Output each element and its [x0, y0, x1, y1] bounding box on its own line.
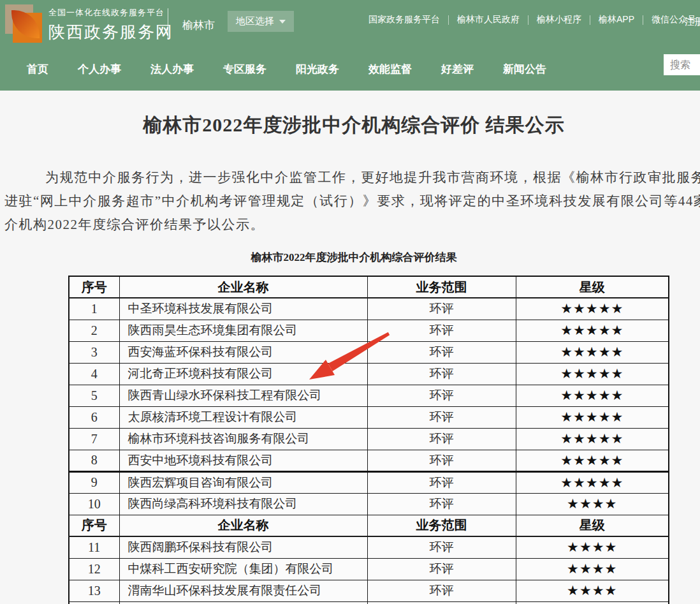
link-city-app[interactable]: 榆林APP	[599, 14, 634, 26]
table-body: 序号企业名称业务范围星级1中圣环境科技发展有限公司环评★★★★★2陕西雨昊生态环…	[69, 276, 669, 604]
cell-scope: 环评	[367, 385, 516, 406]
column-header: 序号	[69, 276, 119, 298]
link-national-platform[interactable]: 国家政务服务平台	[368, 14, 440, 26]
cell-no: 4	[69, 363, 119, 385]
cell-stars: ★★★★	[516, 493, 669, 515]
cell-scope: 环评	[367, 363, 516, 385]
cell-name: 中圣环境科技发展有限公司	[119, 298, 367, 320]
column-header: 星级	[516, 515, 669, 536]
cell-name: 陕西宏辉项目咨询有限公司	[119, 471, 367, 493]
cell-name: 河北奇正环境科技有限公司	[119, 363, 367, 385]
link-city-government[interactable]: 榆林市人民政府	[457, 14, 520, 26]
cell-name: 中煤科工西安研究院（集团）有限公司	[119, 558, 367, 580]
cell-scope: 环评	[367, 471, 516, 493]
cell-empty	[367, 601, 516, 604]
cell-stars: ★★★★★	[516, 341, 669, 363]
cell-scope: 环评	[367, 428, 516, 450]
nav-item-news[interactable]: 新闻公告	[503, 62, 546, 77]
column-header: 企业名称	[119, 276, 367, 298]
cell-scope: 环评	[367, 298, 516, 320]
cell-name: 榆林市环境科技咨询服务有限公司	[119, 428, 367, 450]
table-row: 6太原核清环境工程设计有限公司环评★★★★★	[69, 406, 669, 428]
nav-item-open-government[interactable]: 阳光政务	[296, 62, 339, 77]
cell-no: 5	[69, 385, 119, 406]
site-header: 全国一体化在线政务服务平台 陕西政务服务网 榆林市 地区选择 国家政务服务平台 …	[0, 0, 700, 91]
site-name: 陕西政务服务网	[48, 21, 173, 43]
cell-no: 3	[69, 341, 119, 363]
cell-stars: ★★★★★	[516, 320, 669, 341]
table-row: 3西安海蓝环保科技有限公司环评★★★★★	[69, 341, 669, 363]
table-row: 2陕西雨昊生态环境集团有限公司环评★★★★★	[69, 320, 669, 341]
cell-empty	[69, 601, 119, 604]
cell-empty	[516, 601, 669, 604]
nav-item-supervision[interactable]: 效能监督	[368, 62, 412, 77]
paragraph-line: 为规范中介服务行为，进一步强化中介监管工作，更好地提升我市营商环境，根据《榆林市…	[4, 166, 700, 189]
column-header: 星级	[516, 276, 669, 298]
table-row-partial	[69, 601, 669, 604]
nav-item-rating[interactable]: 好差评	[441, 62, 474, 77]
page: 全国一体化在线政务服务平台 陕西政务服务网 榆林市 地区选择 国家政务服务平台 …	[0, 0, 700, 604]
region-selector-label: 地区选择	[236, 15, 274, 27]
cell-name: 陕西青山绿水环保科技工程有限公司	[119, 385, 367, 406]
cell-stars: ★★★★★	[516, 363, 669, 385]
brand-text: 全国一体化在线政务服务平台 陕西政务服务网	[48, 7, 173, 43]
cell-stars: ★★★★	[516, 558, 669, 580]
cell-stars: ★★★★	[516, 536, 669, 558]
cell-scope: 环评	[367, 580, 516, 601]
cell-name: 太原核清环境工程设计有限公司	[119, 406, 367, 428]
table-row: 9陕西宏辉项目咨询有限公司环评★★★★★	[69, 471, 669, 493]
cell-name: 西安海蓝环保科技有限公司	[119, 341, 367, 363]
table-row: 10陕西尚绿高科环境科技有限公司环评★★★★	[69, 493, 669, 515]
header-divider	[168, 8, 168, 38]
cell-no: 13	[69, 580, 119, 601]
nav-item-zone-services[interactable]: 专区服务	[223, 62, 266, 77]
cell-no: 6	[69, 406, 119, 428]
cell-scope: 环评	[367, 450, 516, 471]
paragraph-line: 介机构2022年度综合评价结果予以公示。	[4, 213, 700, 237]
table-row: 5陕西青山绿水环保科技工程有限公司环评★★★★★	[69, 385, 669, 406]
evaluation-table: 序号企业名称业务范围星级1中圣环境科技发展有限公司环评★★★★★2陕西雨昊生态环…	[68, 276, 669, 604]
cell-stars: ★★★★★	[516, 471, 669, 493]
cell-no: 11	[69, 536, 119, 558]
cell-name: 陕西雨昊生态环境集团有限公司	[119, 320, 367, 341]
cell-scope: 环评	[367, 320, 516, 341]
link-divider	[590, 15, 590, 25]
table-row: 1中圣环境科技发展有限公司环评★★★★★	[69, 298, 669, 320]
cell-name: 陕西阔鹏环保科技有限公司	[119, 536, 367, 558]
column-header: 业务范围	[367, 515, 516, 536]
cell-stars: ★★★★	[516, 580, 669, 601]
region-selector-button[interactable]: 地区选择	[228, 11, 294, 32]
register-link[interactable]: 注册	[685, 16, 700, 28]
table-header-row: 序号企业名称业务范围星级	[69, 515, 669, 536]
table-row: 11陕西阔鹏环保科技有限公司环评★★★★	[69, 536, 669, 558]
link-divider	[643, 15, 643, 25]
nav-item-home[interactable]: 首页	[27, 62, 48, 77]
link-mini-program[interactable]: 榆林小程序	[537, 14, 581, 26]
table-row: 13渭南华山环保科技发展有限责任公司环评★★★★	[69, 580, 669, 601]
table-caption: 榆林市2022年度涉批中介机构综合评价结果	[0, 250, 700, 265]
cell-scope: 环评	[367, 406, 516, 428]
nav-item-personal[interactable]: 个人办事	[78, 62, 121, 77]
chevron-down-icon	[279, 20, 286, 24]
cell-no: 12	[69, 558, 119, 580]
current-city-label: 榆林市	[182, 18, 215, 33]
table-row: 4河北奇正环境科技有限公司环评★★★★★	[69, 363, 669, 385]
table-row: 12中煤科工西安研究院（集团）有限公司环评★★★★	[69, 558, 669, 580]
cell-stars: ★★★★★	[516, 298, 669, 320]
cell-scope: 环评	[367, 536, 516, 558]
main-nav: 首页 个人办事 法人办事 专区服务 阳光政务 效能监督 好差评 新闻公告	[0, 47, 700, 91]
link-divider	[448, 15, 449, 25]
table-row: 8西安中地环境科技有限公司环评★★★★★	[69, 450, 669, 471]
cell-stars: ★★★★★	[516, 406, 669, 428]
platform-tagline: 全国一体化在线政务服务平台	[48, 7, 173, 18]
site-logo[interactable]	[5, 4, 42, 43]
cell-name: 陕西尚绿高科环境科技有限公司	[119, 493, 367, 515]
cell-no: 10	[69, 493, 119, 515]
column-header: 业务范围	[367, 276, 516, 298]
column-header: 企业名称	[119, 515, 367, 536]
page-title: 榆林市2022年度涉批中介机构综合评价 结果公示	[0, 112, 700, 138]
cell-scope: 环评	[367, 493, 516, 515]
search-input[interactable]	[664, 54, 700, 75]
nav-item-legal-person[interactable]: 法人办事	[150, 62, 194, 77]
cell-name: 渭南华山环保科技发展有限责任公司	[119, 580, 367, 601]
